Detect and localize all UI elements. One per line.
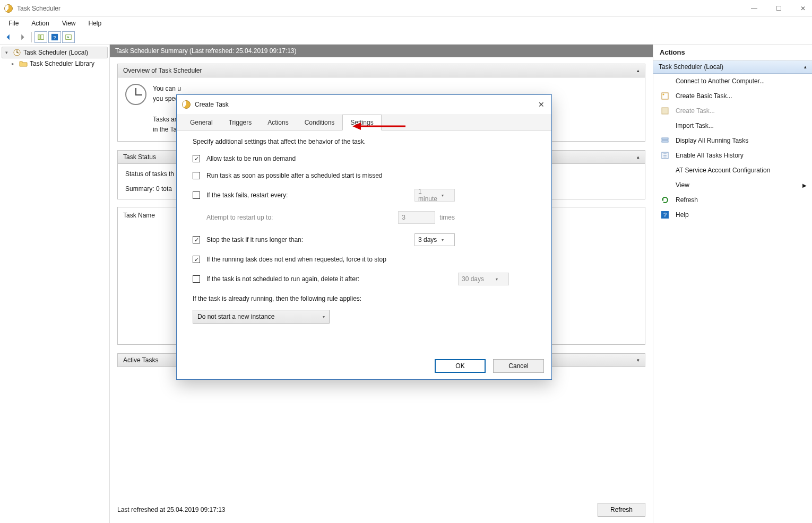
action-create-task[interactable]: Create Task... bbox=[653, 103, 812, 118]
minimize-button[interactable]: — bbox=[749, 4, 759, 13]
help-icon: ? bbox=[661, 211, 669, 219]
back-button[interactable] bbox=[2, 31, 15, 43]
menu-help[interactable]: Help bbox=[83, 19, 107, 28]
forward-button[interactable] bbox=[16, 31, 29, 43]
actions-pane: Actions Task Scheduler (Local) ▴ Connect… bbox=[653, 45, 812, 523]
action-view[interactable]: View ▶ bbox=[653, 178, 812, 193]
action-help[interactable]: ? Help bbox=[653, 207, 812, 222]
refresh-button[interactable]: Refresh bbox=[598, 503, 645, 517]
chevron-right-icon: ▶ bbox=[802, 182, 807, 188]
toolbar: ? bbox=[0, 30, 812, 45]
window-controls: — ☐ ✕ bbox=[749, 4, 808, 13]
svg-rect-0 bbox=[38, 34, 40, 39]
label-allow-demand: Allow task to be run on demand bbox=[206, 155, 296, 162]
action-label: Create Basic Task... bbox=[676, 92, 732, 100]
action-connect[interactable]: Connect to Another Computer... bbox=[653, 74, 812, 89]
status-title: Task Status bbox=[123, 153, 156, 161]
dialog-close-button[interactable]: ✕ bbox=[537, 100, 546, 109]
tree-root[interactable]: ▾ Task Scheduler (Local) bbox=[2, 47, 108, 58]
summary-header: Task Scheduler Summary (Last refreshed: … bbox=[110, 45, 653, 57]
tab-settings[interactable]: Settings bbox=[342, 115, 381, 130]
maximize-button[interactable]: ☐ bbox=[774, 4, 783, 13]
settings-description: Specify additional settings that affect … bbox=[193, 138, 540, 145]
tab-actions[interactable]: Actions bbox=[260, 115, 296, 130]
expand-icon[interactable]: ▾ bbox=[637, 358, 640, 363]
app-title: Task Scheduler bbox=[17, 5, 61, 12]
tab-general[interactable]: General bbox=[182, 115, 221, 130]
action-import[interactable]: Import Task... bbox=[653, 118, 812, 133]
setting-fail: If the task fails, restart every: 1 minu… bbox=[193, 189, 540, 202]
action-label: Create Task... bbox=[676, 107, 715, 115]
action-enable-history[interactable]: Enable All Tasks History bbox=[653, 148, 812, 163]
collapse-icon[interactable]: ▴ bbox=[637, 154, 640, 160]
collapse-icon[interactable]: ▴ bbox=[804, 64, 807, 69]
checkbox-asap[interactable] bbox=[193, 172, 200, 179]
svg-rect-9 bbox=[662, 138, 668, 140]
combo-value: Do not start a new instance bbox=[197, 313, 274, 320]
menu-view[interactable]: View bbox=[57, 19, 81, 28]
combo-value: 3 bbox=[402, 214, 405, 221]
action-display-running[interactable]: Display All Running Tasks bbox=[653, 133, 812, 148]
list-icon bbox=[661, 136, 669, 145]
tree-pane: ▾ Task Scheduler (Local) ▸ Task Schedule… bbox=[0, 45, 110, 523]
refresh-row: Last refreshed at 25.04.2019 09:17:13 Re… bbox=[117, 498, 645, 517]
combo-rule[interactable]: Do not start a new instance ▾ bbox=[193, 310, 330, 324]
action-label: Enable All Tasks History bbox=[676, 152, 744, 159]
checkbox-fail-restart[interactable] bbox=[193, 191, 200, 199]
collapse-icon[interactable]: ▴ bbox=[637, 68, 640, 73]
ok-button[interactable]: OK bbox=[435, 359, 486, 373]
cancel-button[interactable]: Cancel bbox=[493, 359, 544, 373]
menu-bar: File Action View Help bbox=[0, 17, 812, 30]
checkbox-delete-after[interactable] bbox=[193, 275, 200, 283]
dialog-title: Create Task bbox=[195, 101, 229, 108]
actions-group-header[interactable]: Task Scheduler (Local) ▴ bbox=[653, 60, 812, 74]
setting-asap: Run task as soon as possible after a sch… bbox=[193, 172, 540, 179]
checkbox-stop-longer[interactable] bbox=[193, 236, 200, 243]
action-label: View bbox=[676, 181, 689, 189]
combo-restart-interval[interactable]: 1 minute▾ bbox=[414, 189, 455, 202]
action-label: Refresh bbox=[676, 196, 698, 204]
action-label: Import Task... bbox=[676, 122, 714, 129]
action-at-config[interactable]: AT Service Account Configuration bbox=[653, 163, 812, 178]
wizard-icon bbox=[661, 92, 669, 100]
menu-action[interactable]: Action bbox=[26, 19, 54, 28]
tree-caret-icon: ▸ bbox=[12, 61, 17, 66]
action-refresh[interactable]: Refresh bbox=[653, 193, 812, 207]
label-asap: Run task as soon as possible after a sch… bbox=[206, 172, 383, 179]
action-label: Connect to Another Computer... bbox=[676, 77, 765, 85]
folder-icon bbox=[19, 59, 28, 68]
close-button[interactable]: ✕ bbox=[798, 4, 808, 13]
chevron-down-icon: ▾ bbox=[323, 315, 325, 319]
checkbox-force-stop[interactable] bbox=[193, 256, 200, 263]
combo-stop-duration[interactable]: 3 days▾ bbox=[414, 233, 455, 246]
toolbar-btn-1[interactable] bbox=[34, 31, 47, 43]
setting-stop-longer: Stop the task if it runs longer than: 3 … bbox=[193, 233, 540, 246]
last-refreshed: Last refreshed at 25.04.2019 09:17:13 bbox=[117, 506, 226, 513]
tab-triggers[interactable]: Triggers bbox=[221, 115, 260, 130]
overview-header[interactable]: Overview of Task Scheduler ▴ bbox=[117, 64, 645, 77]
taskname-header: Task Name bbox=[123, 212, 155, 219]
combo-value: 3 days bbox=[418, 236, 437, 243]
scheduler-icon bbox=[13, 48, 21, 57]
action-label: Display All Running Tasks bbox=[676, 137, 748, 144]
tree-library[interactable]: ▸ Task Scheduler Library bbox=[0, 58, 109, 69]
menu-file[interactable]: File bbox=[3, 19, 24, 28]
help-button[interactable]: ? bbox=[48, 31, 61, 43]
title-bar: Task Scheduler — ☐ ✕ bbox=[0, 0, 812, 17]
tab-conditions[interactable]: Conditions bbox=[297, 115, 343, 130]
label-attempt-unit: times bbox=[439, 214, 455, 221]
setting-attempt: Attempt to restart up to: 3 times bbox=[206, 211, 540, 224]
toolbar-separator bbox=[31, 32, 32, 42]
combo-attempt-count[interactable]: 3 bbox=[398, 211, 435, 224]
chevron-down-icon: ▾ bbox=[442, 193, 444, 198]
overview-title: Overview of Task Scheduler bbox=[123, 67, 202, 74]
action-create-basic[interactable]: Create Basic Task... bbox=[653, 89, 812, 103]
blank-icon bbox=[661, 77, 669, 85]
checkbox-allow-demand[interactable] bbox=[193, 155, 200, 162]
tree-library-label: Task Scheduler Library bbox=[30, 60, 94, 67]
setting-allow-demand: Allow task to be run on demand bbox=[193, 155, 540, 162]
blank-icon bbox=[661, 121, 669, 130]
combo-delete-duration[interactable]: 30 days▾ bbox=[458, 273, 509, 285]
toolbar-btn-3[interactable] bbox=[62, 31, 75, 43]
refresh-icon bbox=[661, 196, 669, 204]
